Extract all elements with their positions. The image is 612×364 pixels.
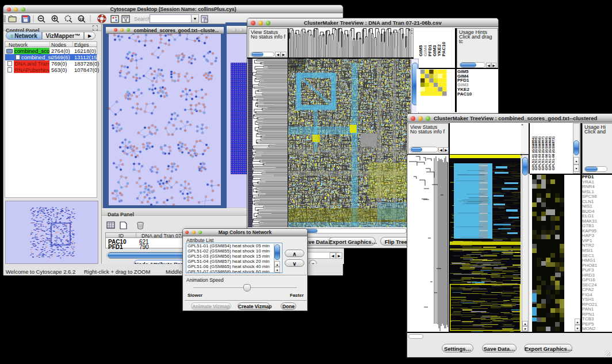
svg-text:1:1: 1:1 bbox=[79, 17, 83, 21]
